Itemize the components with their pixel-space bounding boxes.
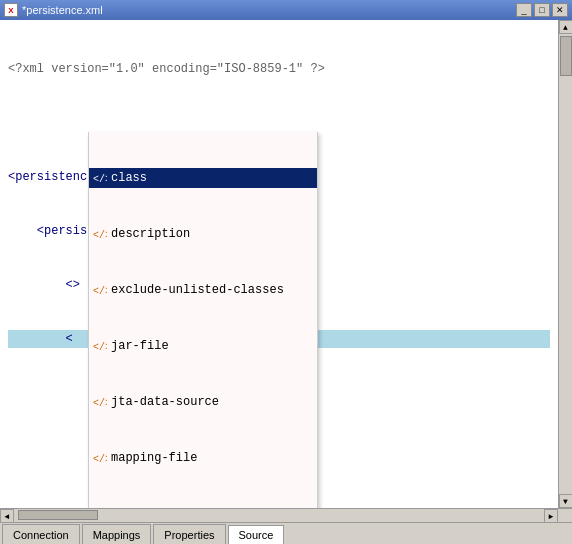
tab-mappings-label: Mappings bbox=[93, 529, 141, 541]
tab-source-label: Source bbox=[239, 529, 274, 541]
autocomplete-item-jta[interactable]: </> jta-data-source bbox=[89, 392, 317, 412]
tab-source[interactable]: Source bbox=[228, 525, 285, 544]
xml-element-icon-3: </> bbox=[93, 284, 107, 296]
editor-container: <?xml version="1.0" encoding="ISO-8859-1… bbox=[0, 20, 572, 508]
tab-properties[interactable]: Properties bbox=[153, 524, 225, 544]
svg-text:</>: </> bbox=[93, 286, 107, 296]
close-button[interactable]: ✕ bbox=[552, 3, 568, 17]
autocomplete-item-non-jta[interactable]: </> non-jta-data-source bbox=[89, 504, 317, 508]
tab-connection-label: Connection bbox=[13, 529, 69, 541]
svg-text:</>: </> bbox=[93, 342, 107, 352]
scroll-thumb-h[interactable] bbox=[18, 510, 98, 520]
autocomplete-item-mapping[interactable]: </> mapping-file bbox=[89, 448, 317, 468]
vertical-scrollbar[interactable]: ▲ ▼ bbox=[558, 20, 572, 508]
svg-text:</>: </> bbox=[93, 230, 107, 240]
xml-element-icon-6: </> bbox=[93, 452, 107, 464]
scroll-up-button[interactable]: ▲ bbox=[559, 20, 573, 34]
ac-label-jar: jar-file bbox=[111, 337, 169, 355]
line-blank-1 bbox=[8, 114, 550, 132]
ac-label-non-jta: non-jta-data-source bbox=[111, 505, 248, 508]
ac-label-class: class bbox=[111, 169, 147, 187]
scroll-thumb-v[interactable] bbox=[560, 36, 572, 76]
xml-element-icon-5: </> bbox=[93, 396, 107, 408]
scrollbar-corner bbox=[558, 509, 572, 523]
tab-connection[interactable]: Connection bbox=[2, 524, 80, 544]
maximize-button[interactable]: □ bbox=[534, 3, 550, 17]
ac-label-jta: jta-data-source bbox=[111, 393, 219, 411]
line-1: <?xml version="1.0" encoding="ISO-8859-1… bbox=[8, 60, 550, 78]
xml-element-icon-2: </> bbox=[93, 228, 107, 240]
ac-label-exclude: exclude-unlisted-classes bbox=[111, 281, 284, 299]
autocomplete-item-description[interactable]: </> description bbox=[89, 224, 317, 244]
tab-bar: Connection Mappings Properties Source bbox=[0, 522, 572, 544]
scroll-track-v[interactable] bbox=[559, 34, 573, 494]
autocomplete-dropdown[interactable]: </> class </> description </> exclude-un… bbox=[88, 132, 318, 508]
title-bar-controls[interactable]: _ □ ✕ bbox=[516, 3, 568, 17]
title-bar-filename: *persistence.xml bbox=[22, 4, 103, 16]
title-bar-left: X *persistence.xml bbox=[4, 3, 103, 17]
autocomplete-item-exclude[interactable]: </> exclude-unlisted-classes bbox=[89, 280, 317, 300]
horizontal-scrollbar-container: ◄ ► bbox=[0, 508, 572, 522]
scroll-down-button[interactable]: ▼ bbox=[559, 494, 573, 508]
tab-mappings[interactable]: Mappings bbox=[82, 524, 152, 544]
autocomplete-item-jar[interactable]: </> jar-file bbox=[89, 336, 317, 356]
minimize-button[interactable]: _ bbox=[516, 3, 532, 17]
autocomplete-item-class[interactable]: </> class bbox=[89, 168, 317, 188]
file-icon: X bbox=[4, 3, 18, 17]
scroll-right-button[interactable]: ► bbox=[544, 509, 558, 523]
svg-text:</>: </> bbox=[93, 398, 107, 408]
scroll-left-button[interactable]: ◄ bbox=[0, 509, 14, 523]
svg-text:</>: </> bbox=[93, 174, 107, 184]
xml-element-icon-4: </> bbox=[93, 340, 107, 352]
editor-content[interactable]: <?xml version="1.0" encoding="ISO-8859-1… bbox=[0, 20, 558, 508]
ac-label-mapping: mapping-file bbox=[111, 449, 197, 467]
scroll-track-h[interactable] bbox=[14, 509, 544, 522]
title-bar: X *persistence.xml _ □ ✕ bbox=[0, 0, 572, 20]
tab-properties-label: Properties bbox=[164, 529, 214, 541]
svg-text:</>: </> bbox=[93, 454, 107, 464]
xml-element-icon: </> bbox=[93, 172, 107, 184]
ac-label-description: description bbox=[111, 225, 190, 243]
